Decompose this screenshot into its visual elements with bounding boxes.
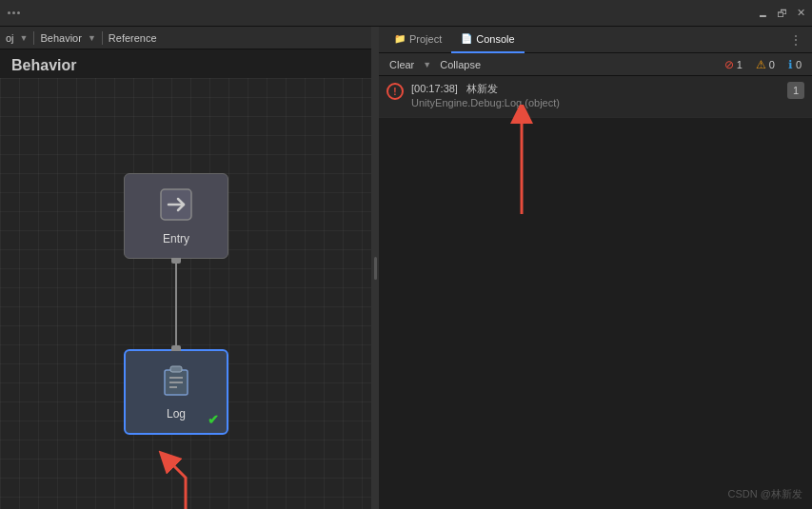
console-tab-label: Console bbox=[476, 33, 514, 45]
separator-1 bbox=[33, 31, 34, 45]
warning-badge[interactable]: ⚠ 0 bbox=[751, 58, 780, 71]
reference-label: Reference bbox=[109, 32, 157, 44]
log-port-top bbox=[171, 345, 181, 351]
dot-3 bbox=[17, 11, 20, 14]
clear-dropdown-arrow[interactable]: ▼ bbox=[423, 60, 431, 69]
entry-count-1: 1 bbox=[787, 82, 804, 99]
console-tab-icon: 📄 bbox=[461, 33, 472, 44]
entry-node[interactable]: Entry bbox=[124, 173, 228, 259]
project-tab-label: Project bbox=[409, 33, 442, 45]
graph-canvas[interactable]: Entry Log ✔ bbox=[0, 78, 371, 509]
watermark: CSDN @林新发 bbox=[728, 487, 802, 501]
right-panel: 📁 Project 📄 Console ⋮ Clear ▼ Collapse ⊘… bbox=[379, 27, 812, 509]
minimize-button[interactable]: 🗕 bbox=[755, 6, 770, 21]
obj-dropdown-arrow[interactable]: ▼ bbox=[20, 33, 29, 43]
log-node[interactable]: Log ✔ bbox=[124, 349, 228, 435]
log-checkmark: ✔ bbox=[208, 412, 219, 427]
graph-title: Behavior bbox=[0, 49, 371, 78]
tab-console[interactable]: 📄 Console bbox=[451, 27, 524, 53]
resize-handle[interactable] bbox=[371, 27, 379, 509]
connection-line bbox=[175, 259, 177, 354]
error-badge[interactable]: ⊘ 1 bbox=[720, 58, 747, 71]
svg-rect-2 bbox=[170, 366, 182, 372]
collapse-button[interactable]: Collapse bbox=[435, 58, 485, 71]
info-badge[interactable]: ℹ 0 bbox=[783, 58, 806, 71]
separator-2 bbox=[102, 31, 103, 45]
entry-time: [00:17:38] bbox=[411, 83, 458, 94]
behavior-label: Behavior bbox=[40, 32, 81, 44]
log-node-label: Log bbox=[167, 407, 186, 421]
arrow-to-log bbox=[133, 449, 209, 509]
console-entries: ! [00:17:38] 林新发 UnityEngine.Debug:Log (… bbox=[379, 76, 812, 509]
main-area: oj ▼ Behavior ▼ Reference Behavior bbox=[0, 27, 812, 509]
tab-project[interactable]: 📁 Project bbox=[385, 27, 451, 53]
project-tab-icon: 📁 bbox=[394, 33, 406, 44]
info-icon: ℹ bbox=[788, 58, 793, 71]
entry-error-icon: ! bbox=[386, 83, 404, 100]
console-entry-1[interactable]: ! [00:17:38] 林新发 UnityEngine.Debug:Log (… bbox=[379, 76, 812, 118]
clear-button[interactable]: Clear bbox=[385, 58, 419, 71]
behavior-dropdown-arrow[interactable]: ▼ bbox=[88, 33, 96, 43]
dot-2 bbox=[12, 11, 15, 14]
left-toolbar: oj ▼ Behavior ▼ Reference bbox=[0, 27, 371, 49]
info-count: 0 bbox=[796, 59, 802, 70]
left-panel: oj ▼ Behavior ▼ Reference Behavior bbox=[0, 27, 371, 509]
tabs-menu-button[interactable]: ⋮ bbox=[785, 32, 806, 48]
drag-handle bbox=[4, 11, 24, 14]
entry-content-1: [00:17:38] 林新发 UnityEngine.Debug:Log (ob… bbox=[411, 82, 787, 111]
close-button[interactable]: ✕ bbox=[793, 6, 808, 21]
warning-icon: ⚠ bbox=[756, 58, 766, 71]
obj-label: oj bbox=[6, 32, 14, 44]
console-tabs: 📁 Project 📄 Console ⋮ bbox=[379, 27, 812, 53]
maximize-button[interactable]: 🗗 bbox=[774, 6, 789, 21]
dot-1 bbox=[8, 11, 10, 14]
entry-subtitle-1: UnityEngine.Debug:Log (object) bbox=[411, 96, 787, 110]
entry-title-1: [00:17:38] 林新发 bbox=[411, 82, 787, 96]
entry-node-icon bbox=[159, 187, 193, 228]
console-toolbar: Clear ▼ Collapse ⊘ 1 ⚠ 0 ℹ 0 bbox=[379, 53, 812, 76]
entry-port-bottom bbox=[171, 258, 181, 264]
warning-count: 0 bbox=[769, 59, 775, 70]
log-node-icon bbox=[160, 364, 192, 403]
error-count: 1 bbox=[737, 59, 743, 70]
error-icon: ⊘ bbox=[724, 58, 734, 71]
resize-grip bbox=[374, 257, 377, 280]
arrow-in-console bbox=[493, 105, 550, 219]
top-bar: 🗕 🗗 ✕ bbox=[0, 0, 812, 27]
entry-node-label: Entry bbox=[163, 232, 189, 245]
entry-author: 林新发 bbox=[466, 83, 498, 94]
